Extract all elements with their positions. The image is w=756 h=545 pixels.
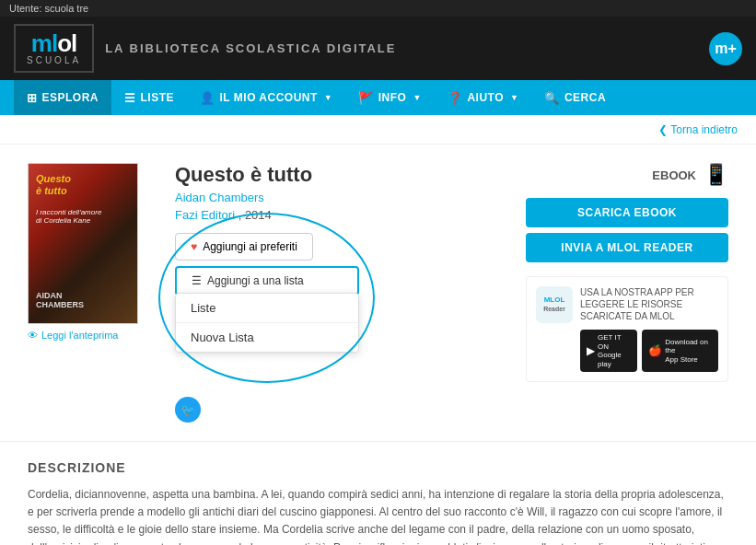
year-text: , [238,208,245,222]
favorite-label: Aggiungi ai preferiti [203,240,297,253]
google-play-label: GET IT ONGoogle play [598,333,631,368]
username-text: Utente: scuola tre [9,3,88,14]
account-dropdown-arrow: ▼ [324,93,332,102]
nav-liste[interactable]: ☰ LISTE [111,80,187,115]
cover-title: Questoè tutto [36,173,130,197]
dropdown-liste[interactable]: Liste [176,294,358,323]
nav-aiuto[interactable]: ❓ AIUTO ▼ [435,80,532,115]
add-to-list-button[interactable]: ☰ Aggiungi a una lista [175,266,359,296]
book-cover-image: Questoè tutto I racconti dell'amoredi Co… [28,163,138,324]
back-bar: Torna indietro [0,115,756,145]
mlol-reader-promo-text: USA LA NOSTRA APP PER LEGGERE LE RISORSE… [580,286,718,322]
nav-esplora-label: ESPLORA [42,91,99,104]
google-play-icon: ▶ [587,344,595,357]
book-title: Questo è tutto [175,163,498,187]
navbar: ⊞ ESPLORA ☰ LISTE 👤 IL MIO ACCOUNT ▼ 🚩 I… [0,80,756,115]
add-list-label: Aggiungi a una lista [207,274,304,287]
description-text: Cordelia, diciannovenne, aspetta una bam… [28,486,728,545]
scarica-ebook-button[interactable]: SCARICA EBOOK [526,198,728,227]
twitter-button[interactable]: 🐦 [175,397,201,423]
logo-scuola: SCUOLA [27,55,81,65]
apple-icon: 🍎 [648,344,662,357]
header: mlol SCUOLA LA BIBLIOTECA SCOLASTICA DIG… [0,17,756,80]
back-link[interactable]: Torna indietro [658,123,738,136]
store-buttons: ▶ GET IT ONGoogle play 🍎 Download on the… [580,330,718,372]
aiuto-icon: ❓ [448,91,463,105]
nav-account[interactable]: 👤 IL MIO ACCOUNT ▼ [187,80,345,115]
tablet-icon: 📱 [704,163,728,187]
description-section: DESCRIZIONE Cordelia, diciannovenne, asp… [0,441,756,545]
cover-author: AIDANCHAMBERS [36,291,130,309]
liste-icon: ☰ [124,91,136,105]
nav-account-label: IL MIO ACCOUNT [220,91,318,104]
invia-mlol-button[interactable]: INVIA A MLOL READER [526,233,728,262]
social-row: 🐦 [175,397,498,423]
logo-box: mlol SCUOLA [14,24,94,73]
list-icon: ☰ [192,274,202,287]
main-content: Questoè tutto I racconti dell'amoredi Co… [0,145,756,441]
logo-area: mlol SCUOLA LA BIBLIOTECA SCOLASTICA DIG… [14,24,396,73]
mlol-reader-promo: MLOLReader USA LA NOSTRA APP PER LEGGERE… [526,276,728,382]
account-icon: 👤 [200,91,215,105]
aiuto-dropdown-arrow: ▼ [510,93,518,102]
action-area: ♥ Aggiungi ai preferiti ☰ Aggiungi a una… [175,233,498,296]
book-publisher: Fazi Editori , 2014 [175,208,498,222]
app-store-button[interactable]: 🍎 Download on theApp Store [642,330,718,372]
nav-esplora[interactable]: ⊞ ESPLORA [14,80,111,115]
nav-liste-label: LISTE [141,91,175,104]
publisher-link[interactable]: Fazi Editori [175,208,235,222]
dropdown-nuova-lista[interactable]: Nuova Lista [176,323,358,352]
preview-link[interactable]: 👁 Leggi l'anteprima [28,330,147,341]
nav-cerca-label: CERCA [564,91,606,104]
user-bar: Utente: scuola tre [0,0,756,17]
ebook-label: EBOOK 📱 [526,163,728,187]
book-cover-column: Questoè tutto I racconti dell'amoredi Co… [28,163,147,423]
book-info: Questo è tutto Aidan Chambers Fazi Edito… [175,163,498,423]
info-icon: 🚩 [358,91,374,105]
esplora-icon: ⊞ [27,91,38,105]
favorite-button[interactable]: ♥ Aggiungi ai preferiti [175,233,313,261]
nav-info-label: INFO [378,91,407,104]
nav-cerca[interactable]: 🔍 CERCA [531,80,619,115]
ebook-text: EBOOK [652,168,696,182]
author-link[interactable]: Aidan Chambers [175,191,264,204]
description-title: DESCRIZIONE [28,460,728,475]
mplus-button[interactable]: m+ [709,32,742,65]
logo-mlol: mlol [31,31,76,55]
preview-label: Leggi l'anteprima [41,330,118,341]
nav-info[interactable]: 🚩 INFO ▼ [345,80,435,115]
mlol-reader-logo: MLOLReader [536,286,573,323]
book-author: Aidan Chambers [175,191,498,204]
cerca-icon: 🔍 [544,91,560,105]
eye-icon: 👁 [28,330,38,341]
google-play-button[interactable]: ▶ GET IT ONGoogle play [580,330,637,372]
app-store-label: Download on theApp Store [665,338,712,365]
list-dropdown: Liste Nuova Lista [175,293,359,353]
header-subtitle: LA BIBLIOTECA SCOLASTICA DIGITALE [105,41,396,55]
info-dropdown-arrow: ▼ [413,93,421,102]
cover-subtitle: I racconti dell'amoredi Cordelia Kane [36,208,130,225]
heart-icon: ♥ [191,240,197,253]
nav-aiuto-label: AIUTO [467,91,504,104]
mlol-reader-description: USA LA NOSTRA APP PER LEGGERE LE RISORSE… [580,286,718,372]
right-panel: EBOOK 📱 SCARICA EBOOK INVIA A MLOL READE… [526,163,728,423]
